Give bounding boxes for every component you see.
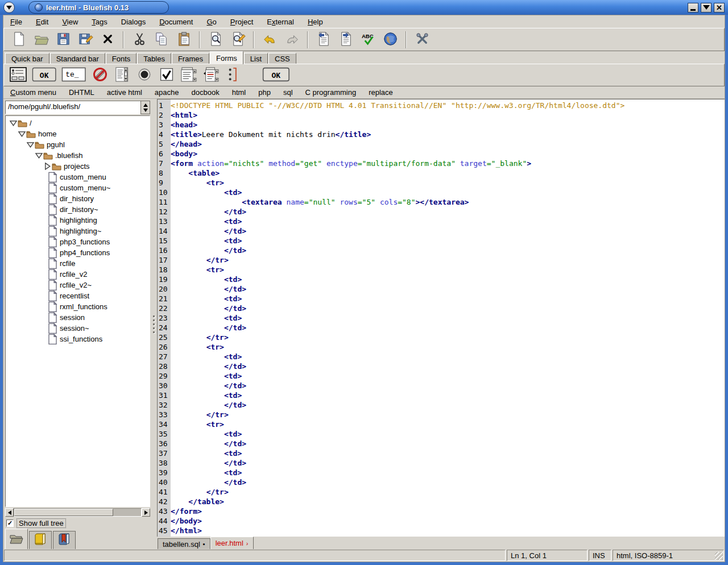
show-full-tree-checkbox[interactable]: ✓	[6, 520, 14, 527]
custom-menu-replace[interactable]: replace	[369, 88, 393, 97]
doc-tab-leer-html[interactable]: leer.html›	[210, 537, 254, 549]
option-button[interactable]	[202, 67, 220, 84]
save-file-as-button[interactable]	[75, 30, 96, 49]
scrollbar-thumb[interactable]	[14, 509, 113, 516]
undo-button[interactable]	[259, 30, 280, 49]
view-in-browser-button[interactable]	[380, 30, 400, 49]
scroll-left-button[interactable]	[5, 508, 14, 517]
sidebar-tab-bookmarks-book[interactable]	[53, 531, 76, 549]
tree-item--bluefish[interactable]: .bluefish	[6, 150, 150, 161]
path-stepper[interactable]	[140, 101, 150, 114]
tree-item-session[interactable]: session	[6, 312, 150, 323]
tree-item-rcfile[interactable]: rcfile	[6, 258, 150, 269]
htmlbar-tab-standard-bar[interactable]: Standard bar	[50, 53, 105, 64]
tree-item--[interactable]: /	[6, 118, 150, 128]
menu-document[interactable]: Document	[159, 18, 193, 26]
copy-button[interactable]	[151, 30, 172, 49]
paste-button[interactable]	[173, 30, 194, 49]
expander-open-icon[interactable]	[18, 130, 26, 138]
menu-external[interactable]: External	[267, 18, 294, 26]
tree-item-dir-history[interactable]: dir_history	[6, 193, 150, 204]
tree-item-php4-functions[interactable]: php4_functions	[6, 247, 150, 258]
expander-open-icon[interactable]	[9, 119, 18, 127]
htmlbar-tab-quick-bar[interactable]: Quick bar	[5, 53, 49, 64]
expander-open-icon[interactable]	[35, 152, 43, 160]
open-file-button[interactable]	[31, 30, 51, 49]
save-file-button[interactable]	[53, 30, 73, 49]
tree-item-custom-menu-[interactable]: custom_menu~	[6, 182, 150, 193]
custom-menu-dhtml[interactable]: DHTML	[69, 88, 94, 97]
tree-item-rxml-functions[interactable]: rxml_functions	[6, 301, 150, 312]
window-menu-button[interactable]	[3, 2, 15, 13]
tree-item-rcfile-v2-[interactable]: rcfile_v2~	[6, 280, 150, 290]
expander-open-icon[interactable]	[26, 141, 35, 149]
expander-closed-icon[interactable]	[43, 163, 52, 171]
cut-button[interactable]	[129, 30, 150, 49]
menu-help[interactable]: Help	[308, 18, 323, 26]
custom-menu-html[interactable]: html	[232, 88, 246, 97]
new-document-button[interactable]	[9, 30, 29, 49]
textarea-button[interactable]	[114, 67, 131, 84]
tree-item-projects[interactable]: projects	[6, 161, 150, 172]
titlebar[interactable]: leer.html - Bluefish 0.13 ✕	[0, 0, 728, 15]
menu-project[interactable]: Project	[230, 18, 253, 26]
custom-menu-sql[interactable]: sql	[283, 88, 293, 97]
tree-item-custom-menu[interactable]: custom_menu	[6, 172, 150, 182]
text-input-button[interactable]: te_	[61, 67, 86, 84]
tree-item-home[interactable]: home	[6, 128, 150, 139]
tree-item-rcfile-v2[interactable]: rcfile_v2	[6, 269, 150, 280]
button-button[interactable]: OK	[262, 67, 290, 84]
radio-button-button[interactable]	[136, 67, 153, 84]
menu-file[interactable]: File	[10, 18, 22, 26]
preferences-button[interactable]	[412, 30, 432, 49]
select-list-button[interactable]	[180, 67, 197, 84]
unindent-button[interactable]	[313, 30, 334, 49]
maximize-button[interactable]	[701, 3, 712, 13]
form-button[interactable]	[10, 67, 27, 84]
indent-button[interactable]	[336, 30, 356, 49]
tree-item-highlighting-[interactable]: highlighting~	[6, 226, 150, 236]
doc-tab-state-icon[interactable]: ▪	[203, 541, 205, 547]
spell-check-button[interactable]: ABC	[358, 30, 378, 49]
custom-menu-docbook[interactable]: docbook	[192, 88, 220, 97]
menu-edit[interactable]: Edit	[36, 18, 48, 26]
custom-menu-active-html[interactable]: active html	[107, 88, 142, 97]
htmlbar-tab-forms[interactable]: Forms	[210, 51, 243, 64]
close-button[interactable]: ✕	[714, 3, 725, 13]
custom-menu-php[interactable]: php	[258, 88, 271, 97]
resize-grip[interactable]	[715, 552, 723, 560]
tree-horizontal-scrollbar[interactable]	[5, 508, 150, 517]
tree-item-ssi-functions[interactable]: ssi_functions	[6, 334, 150, 344]
menu-dialogs[interactable]: Dialogs	[121, 18, 146, 26]
minimize-button[interactable]	[688, 3, 698, 13]
htmlbar-tab-css[interactable]: CSS	[268, 53, 296, 64]
menu-go[interactable]: Go	[206, 18, 216, 26]
doc-tab-state-icon[interactable]: ›	[246, 540, 249, 547]
redo-button[interactable]	[282, 30, 302, 49]
htmlbar-tab-fonts[interactable]: Fonts	[106, 53, 137, 64]
scroll-right-button[interactable]	[142, 508, 150, 517]
code-editor[interactable]: 1<!DOCTYPE HTML PUBLIC "-//W3C//DTD HTML…	[157, 99, 725, 537]
hidden-input-button[interactable]	[92, 67, 109, 84]
htmlbar-tab-frames[interactable]: Frames	[172, 53, 209, 64]
menu-tags[interactable]: Tags	[92, 18, 107, 26]
tree-item-dir-history-[interactable]: dir_history~	[6, 204, 150, 215]
sidebar-tab-file-browser[interactable]	[5, 529, 28, 549]
find-and-replace-button[interactable]	[228, 30, 248, 49]
checkbox-button[interactable]	[158, 67, 175, 84]
tree-item-pguhl[interactable]: pguhl	[6, 139, 150, 150]
path-input[interactable]: /home/pguhl/.bluefish/	[5, 101, 140, 114]
custom-menu-custom-menu[interactable]: Custom menu	[10, 88, 56, 97]
tree-item-php3-functions[interactable]: php3_functions	[6, 236, 150, 247]
option-group-button[interactable]	[225, 67, 242, 84]
tree-item-highlighting[interactable]: highlighting	[6, 215, 150, 226]
htmlbar-tab-tables[interactable]: Tables	[137, 53, 171, 64]
submit-button-button[interactable]: OK	[32, 67, 56, 84]
custom-menu-apache[interactable]: apache	[155, 88, 179, 97]
htmlbar-tab-list[interactable]: List	[244, 53, 268, 64]
custom-menu-c-programming[interactable]: C programming	[305, 88, 357, 97]
tree-item-session-[interactable]: session~	[6, 323, 150, 334]
find-button[interactable]	[205, 30, 226, 49]
sidebar-tab-reference-book[interactable]	[29, 531, 52, 549]
pane-splitter[interactable]	[150, 99, 157, 549]
